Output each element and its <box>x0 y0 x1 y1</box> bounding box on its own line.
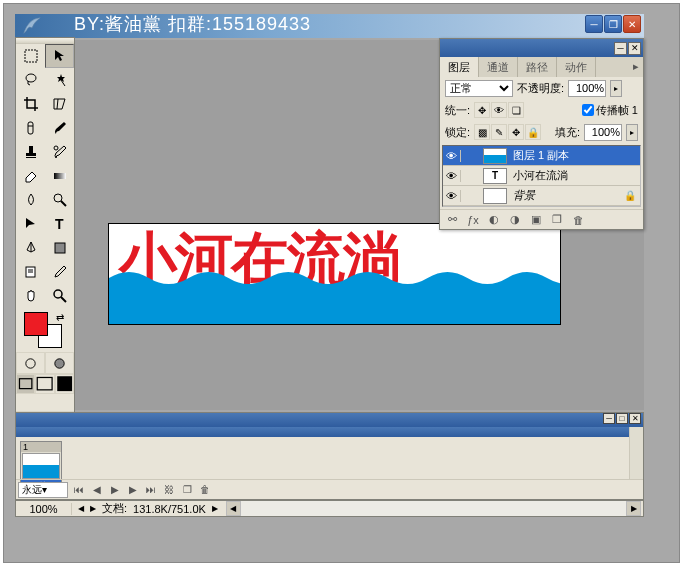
eraser-tool[interactable] <box>16 164 45 188</box>
play-button[interactable]: ▶ <box>106 482 124 498</box>
tab-channels[interactable]: 通道 <box>479 57 518 77</box>
panel-titlebar[interactable]: ─ ✕ <box>440 39 643 57</box>
visibility-toggle[interactable]: 👁 <box>443 190 461 202</box>
path-select-tool[interactable] <box>16 212 45 236</box>
propagate-frame-checkbox[interactable]: 传播帧 1 <box>582 103 638 118</box>
panel-close[interactable]: ✕ <box>628 42 641 55</box>
tab-layers[interactable]: 图层 <box>440 57 479 77</box>
adjustment-layer-icon[interactable]: ◑ <box>506 212 524 228</box>
brush-tool[interactable] <box>45 116 74 140</box>
minimize-button[interactable]: ─ <box>585 15 603 33</box>
svg-point-19 <box>54 290 62 298</box>
tween-button[interactable]: ⛓ <box>160 482 178 498</box>
opacity-field[interactable] <box>568 80 606 97</box>
prev-frame-button[interactable]: ◀ <box>88 482 106 498</box>
unify-style-icon[interactable]: ❏ <box>508 102 524 118</box>
heal-tool[interactable] <box>16 116 45 140</box>
status-caret-right[interactable]: ▶ <box>90 504 96 513</box>
lock-all-icon[interactable]: 🔒 <box>525 124 541 140</box>
slice-tool[interactable] <box>45 92 74 116</box>
layer-thumbnail[interactable]: T <box>483 168 507 184</box>
fill-dropdown[interactable]: ▸ <box>626 124 638 141</box>
layer-group-icon[interactable]: ▣ <box>527 212 545 228</box>
marquee-tool[interactable] <box>16 44 45 68</box>
move-tool[interactable] <box>45 44 74 68</box>
first-frame-button[interactable]: ⏮ <box>70 482 88 498</box>
anim-vscroll[interactable] <box>629 427 643 479</box>
lock-pixels-icon[interactable]: ✎ <box>491 124 507 140</box>
visibility-toggle[interactable]: 👁 <box>443 170 461 182</box>
frame-thumbnail[interactable] <box>22 453 60 479</box>
tab-actions[interactable]: 动作 <box>557 57 596 77</box>
layer-item[interactable]: 👁 背景 🔒 <box>443 186 640 206</box>
horizontal-scrollbar[interactable]: ◀ ▶ <box>226 501 641 516</box>
screen-mode-full[interactable] <box>55 374 74 394</box>
lock-transparent-icon[interactable]: ▩ <box>474 124 490 140</box>
layer-item[interactable]: 👁 图层 1 副本 <box>443 146 640 166</box>
link-layers-icon[interactable]: ⚯ <box>443 212 461 228</box>
hscroll-right[interactable]: ▶ <box>626 501 641 516</box>
delete-layer-icon[interactable]: 🗑 <box>569 212 587 228</box>
swap-colors-icon[interactable]: ⇄ <box>56 312 64 323</box>
maximize-button[interactable]: ❐ <box>604 15 622 33</box>
lasso-tool[interactable] <box>16 68 45 92</box>
opacity-dropdown[interactable]: ▸ <box>610 80 622 97</box>
layer-item[interactable]: 👁 T 小河在流淌 <box>443 166 640 186</box>
lock-position-icon[interactable]: ✥ <box>508 124 524 140</box>
foreground-color[interactable] <box>24 312 48 336</box>
blur-tool[interactable] <box>16 188 45 212</box>
dodge-tool[interactable] <box>45 188 74 212</box>
loop-mode-select[interactable]: 永远 ▾ <box>18 482 68 498</box>
layer-mask-icon[interactable]: ◐ <box>485 212 503 228</box>
type-tool[interactable]: T <box>45 212 74 236</box>
unify-position-icon[interactable]: ✥ <box>474 102 490 118</box>
svg-point-22 <box>55 358 64 367</box>
close-button[interactable]: ✕ <box>623 15 641 33</box>
layer-thumbnail[interactable] <box>483 188 507 204</box>
next-frame-button[interactable]: ▶ <box>124 482 142 498</box>
screen-mode-fullmenu[interactable] <box>35 374 54 394</box>
blend-mode-select[interactable]: 正常 <box>445 80 513 97</box>
duplicate-frame-button[interactable]: ❐ <box>178 482 196 498</box>
tab-paths[interactable]: 路径 <box>518 57 557 77</box>
fill-field[interactable] <box>584 124 622 141</box>
anim-minimize[interactable]: ─ <box>603 413 615 424</box>
svg-point-1 <box>26 74 36 82</box>
anim-maximize[interactable]: □ <box>616 413 628 424</box>
screen-mode-standard[interactable] <box>16 374 35 394</box>
visibility-toggle[interactable]: 👁 <box>443 150 461 162</box>
shape-tool[interactable] <box>45 236 74 260</box>
history-brush-tool[interactable] <box>45 140 74 164</box>
panel-minimize[interactable]: ─ <box>614 42 627 55</box>
anim-close[interactable]: ✕ <box>629 413 641 424</box>
zoom-field[interactable]: 100% <box>16 503 72 515</box>
crop-tool[interactable] <box>16 92 45 116</box>
standard-mode[interactable] <box>16 352 45 374</box>
hscroll-left[interactable]: ◀ <box>226 501 241 516</box>
delete-frame-button[interactable]: 🗑 <box>196 482 214 498</box>
pen-tool[interactable] <box>16 236 45 260</box>
last-frame-button[interactable]: ⏭ <box>142 482 160 498</box>
notes-tool[interactable] <box>16 260 45 284</box>
wand-tool[interactable] <box>45 68 74 92</box>
layer-name[interactable]: 背景 <box>511 188 624 203</box>
canvas[interactable]: 小河在流淌 <box>108 223 561 325</box>
layer-name[interactable]: 小河在流淌 <box>511 168 640 183</box>
status-caret-left[interactable]: ◀ <box>78 504 84 513</box>
eyedropper-tool[interactable] <box>45 260 74 284</box>
propagate-checkbox[interactable] <box>582 104 594 116</box>
stamp-tool[interactable] <box>16 140 45 164</box>
hand-tool[interactable] <box>16 284 45 308</box>
status-menu-icon[interactable]: ▶ <box>212 504 218 513</box>
gradient-tool[interactable] <box>45 164 74 188</box>
layer-style-icon[interactable]: ƒx <box>464 212 482 228</box>
panel-menu-icon[interactable]: ▸ <box>625 57 643 77</box>
layer-name[interactable]: 图层 1 副本 <box>511 148 640 163</box>
svg-rect-25 <box>57 377 72 392</box>
layer-thumbnail[interactable] <box>483 148 507 164</box>
unify-visibility-icon[interactable]: 👁 <box>491 102 507 118</box>
svg-line-12 <box>61 201 66 206</box>
new-layer-icon[interactable]: ❐ <box>548 212 566 228</box>
quickmask-mode[interactable] <box>45 352 74 374</box>
zoom-tool[interactable] <box>45 284 74 308</box>
